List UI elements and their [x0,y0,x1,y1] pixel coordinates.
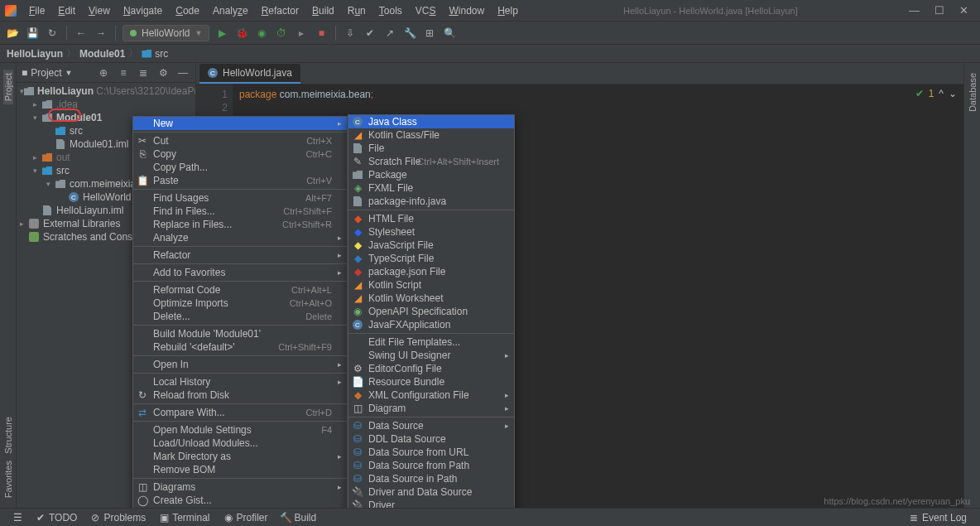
sub-ds-in-path[interactable]: ⛁Data Source in Path [348,472,514,485]
git-update-icon[interactable]: ⇩ [343,26,358,41]
menu-run[interactable]: Run [342,2,372,20]
ctx-diagrams[interactable]: ◫Diagrams▸ [133,480,347,494]
editor-tab[interactable]: C HelloWorld.java [199,64,300,84]
menu-view[interactable]: View [83,2,116,20]
menu-edit[interactable]: Edit [52,2,81,20]
sub-ds-path[interactable]: ⛁Data Source from Path [348,459,514,472]
prev-highlight-icon[interactable]: ^ [939,88,944,99]
profile-icon[interactable]: ⏱ [274,26,289,41]
ctx-build-mod[interactable]: Build Module 'Module01' [133,327,347,340]
attach-icon[interactable]: ▸ [294,26,309,41]
ctx-compare[interactable]: ⇄Compare With...Ctrl+D [133,406,347,419]
menu-tools[interactable]: Tools [373,2,408,20]
ctx-new[interactable]: New▸ [133,117,347,130]
ctx-optimize[interactable]: Optimize ImportsCtrl+Alt+O [133,297,347,310]
menu-help[interactable]: Help [492,2,524,20]
breadcrumb-src[interactable]: src [155,48,168,60]
git-push-icon[interactable]: ↗ [382,26,397,41]
sub-editorcfg[interactable]: ⚙EditorConfig File [348,362,514,375]
hide-icon[interactable]: — [175,65,190,80]
sub-html[interactable]: ◆HTML File [348,212,514,225]
ctx-mark-dir[interactable]: Mark Directory as▸ [133,450,347,463]
ctx-load-unload[interactable]: Load/Unload Modules... [133,437,347,450]
sub-ts[interactable]: ◆TypeScript File [348,252,514,265]
sub-package[interactable]: Package [348,168,514,181]
sub-resbundle[interactable]: 📄Resource Bundle [348,375,514,388]
sub-js[interactable]: ◆JavaScript File [348,239,514,252]
git-commit-icon[interactable]: ✔ [363,26,377,41]
ctx-cut[interactable]: ✂CutCtrl+X [133,134,347,147]
sub-ds[interactable]: ⛁Data Source▸ [348,419,514,432]
maximize-button[interactable]: ☐ [934,4,944,17]
run-icon[interactable]: ▶ [214,26,229,41]
ctx-refactor[interactable]: Refactor▸ [133,249,347,262]
sync-icon[interactable]: ↻ [45,26,60,41]
menu-refactor[interactable]: Refactor [256,2,305,20]
check-icon[interactable]: ✔ [915,88,924,99]
sub-fxml[interactable]: ◈FXML File [348,181,514,195]
ctx-delete[interactable]: Delete...Delete [133,310,347,323]
breadcrumb-module[interactable]: Module01 [79,48,125,60]
git-history-icon[interactable]: 🔧 [402,26,417,41]
sub-kotlin[interactable]: ◢Kotlin Class/File [348,128,514,142]
sb-problems[interactable]: ⊘Problems [84,512,152,524]
forward-icon[interactable]: → [94,26,108,41]
sub-kws[interactable]: ◢Kotlin Worksheet [348,292,514,305]
sub-openapi[interactable]: ◉OpenAPI Specification [348,305,514,318]
debug-icon[interactable]: 🐞 [234,26,249,41]
sb-profiler[interactable]: ◉Profiler [217,512,275,524]
close-button[interactable]: ✕ [959,4,968,17]
collapse-all-icon[interactable]: ≣ [136,65,151,80]
project-tab[interactable]: Project [3,70,13,104]
menu-file[interactable]: File [23,2,50,20]
ctx-analyze[interactable]: Analyze▸ [133,231,347,244]
sub-pkgjson[interactable]: ◆package.json File [348,265,514,278]
back-icon[interactable]: ← [74,26,89,41]
database-tab[interactable]: Database [968,70,978,115]
structure-tab[interactable]: Structure [3,413,13,457]
run-config-selector[interactable]: HelloWorld ▼ [122,25,209,41]
ctx-remove-bom[interactable]: Remove BOM [133,463,347,476]
sub-java-class[interactable]: CJava Class [348,115,514,128]
stop-icon[interactable]: ■ [314,26,329,41]
sub-diagram[interactable]: ◫Diagram▸ [348,402,514,415]
menu-code[interactable]: Code [170,2,205,20]
sub-edit-tpl[interactable]: Edit File Templates... [348,335,514,349]
ctx-local-hist[interactable]: Local History▸ [133,375,347,388]
sub-javafx[interactable]: CJavaFXApplication [348,318,514,331]
ctx-find-files[interactable]: Find in Files...Ctrl+Shift+F [133,205,347,218]
sub-xmlcfg[interactable]: ◆XML Configuration File▸ [348,388,514,402]
minimize-button[interactable]: — [909,4,920,17]
ctx-open-in[interactable]: Open In▸ [133,358,347,371]
sub-kscript[interactable]: ◢Kotlin Script [348,278,514,292]
coverage-icon[interactable]: ◉ [254,26,269,41]
ctx-find-usages[interactable]: Find UsagesAlt+F7 [133,191,347,205]
save-icon[interactable]: 💾 [25,26,40,41]
settings-icon[interactable]: ⚙ [156,65,171,80]
expand-all-icon[interactable]: ≡ [116,65,131,80]
sub-ddl[interactable]: ⛁DDL Data Source [348,432,514,446]
sub-ds-url[interactable]: ⛁Data Source from URL [348,446,514,459]
ctx-gist[interactable]: ◯Create Gist... [133,494,347,507]
sub-pkginfo[interactable]: package-info.java [348,195,514,208]
menu-window[interactable]: Window [443,2,490,20]
ctx-copy[interactable]: ⎘CopyCtrl+C [133,147,347,161]
sb-terminal[interactable]: ▣Terminal [152,512,216,524]
open-icon[interactable]: 📂 [5,26,20,41]
ctx-reload[interactable]: ↻Reload from Disk [133,388,347,402]
search-everywhere-icon[interactable]: 🔍 [442,26,457,41]
menu-vcs[interactable]: VCS [410,2,442,20]
ctx-replace-files[interactable]: Replace in Files...Ctrl+Shift+R [133,218,347,231]
sub-swing[interactable]: Swing UI Designer▸ [348,349,514,362]
ctx-open-mod[interactable]: Open Module SettingsF4 [133,423,347,437]
menu-navigate[interactable]: Navigate [118,2,168,20]
project-structure-icon[interactable]: ⊞ [422,26,437,41]
ctx-add-fav[interactable]: Add to Favorites▸ [133,266,347,279]
tree-idea[interactable]: ▸.idea [17,98,195,111]
menu-analyze[interactable]: Analyze [207,2,254,20]
select-opened-icon[interactable]: ⊕ [96,65,111,80]
sb-build[interactable]: 🔨Build [275,512,324,524]
sub-stylesheet[interactable]: ◆Stylesheet [348,225,514,239]
menu-build[interactable]: Build [306,2,340,20]
ctx-paste[interactable]: 📋PasteCtrl+V [133,174,347,187]
